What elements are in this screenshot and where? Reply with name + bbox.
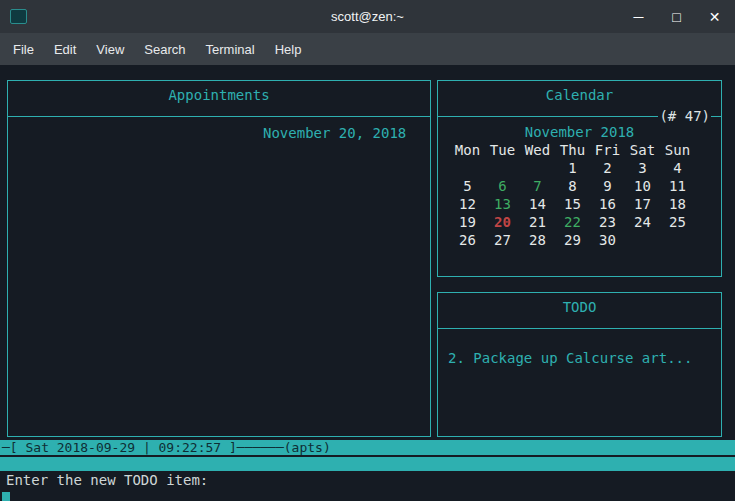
- calendar-title: Calendar: [438, 81, 721, 109]
- text-cursor[interactable]: [2, 492, 10, 501]
- calendar-day[interactable]: 20: [485, 213, 520, 231]
- calendar-day[interactable]: 15: [555, 195, 590, 213]
- todo-title: TODO: [438, 293, 721, 321]
- menu-bar: FileEditViewSearchTerminalHelp: [0, 33, 735, 65]
- calendar-day-header: Wed: [520, 141, 555, 159]
- calendar-day[interactable]: 11: [660, 177, 695, 195]
- calendar-day[interactable]: 3: [625, 159, 660, 177]
- status-bar: ─[ Sat 2018-09-29 | 09:22:57 ]──────(apt…: [0, 440, 735, 455]
- calendar-day[interactable]: 7: [520, 177, 555, 195]
- calendar-day[interactable]: 27: [485, 231, 520, 249]
- status-bar-secondary: [0, 457, 735, 471]
- titlebar[interactable]: scott@zen:~ ─ □ ✕: [0, 0, 735, 33]
- calendar-day[interactable]: 30: [590, 231, 625, 249]
- appointments-title: Appointments: [8, 81, 430, 109]
- calendar-panel: Calendar (# 47) November 2018 MonTueWedT…: [437, 80, 722, 277]
- calendar-day-empty: [450, 159, 485, 177]
- calendar-day[interactable]: 16: [590, 195, 625, 213]
- calendar-month-title: November 2018: [438, 123, 721, 141]
- calendar-day-header: Thu: [555, 141, 590, 159]
- window-controls: ─ □ ✕: [631, 9, 725, 25]
- calendar-day-empty: [660, 231, 695, 249]
- menu-item-edit[interactable]: Edit: [44, 33, 86, 65]
- calendar-day[interactable]: 12: [450, 195, 485, 213]
- calendar-day-header: Tue: [485, 141, 520, 159]
- calendar-day[interactable]: 26: [450, 231, 485, 249]
- calendar-day[interactable]: 8: [555, 177, 590, 195]
- calendar-count-badge: (# 47): [658, 108, 711, 124]
- menu-item-terminal[interactable]: Terminal: [196, 33, 265, 65]
- todo-panel: TODO 2. Package up Calcurse art...: [437, 292, 722, 437]
- terminal-app-icon: [10, 9, 27, 24]
- calendar-day-header: Sat: [625, 141, 660, 159]
- calendar-day[interactable]: 10: [625, 177, 660, 195]
- calendar-day[interactable]: 25: [660, 213, 695, 231]
- calendar-day-empty: [625, 231, 660, 249]
- todo-item[interactable]: 2. Package up Calcurse art...: [448, 349, 721, 367]
- calendar-day[interactable]: 23: [590, 213, 625, 231]
- calendar-day[interactable]: 2: [590, 159, 625, 177]
- appointments-date: November 20, 2018: [263, 125, 430, 141]
- menu-item-view[interactable]: View: [86, 33, 134, 65]
- calendar-day[interactable]: 4: [660, 159, 695, 177]
- maximize-button[interactable]: □: [669, 9, 684, 25]
- menu-item-help[interactable]: Help: [265, 33, 312, 65]
- calendar-day-header: Mon: [450, 141, 485, 159]
- calendar-day-empty: [485, 159, 520, 177]
- calendar-day[interactable]: 6: [485, 177, 520, 195]
- window-title: scott@zen:~: [0, 9, 735, 24]
- calendar-day[interactable]: 13: [485, 195, 520, 213]
- calendar-day[interactable]: 29: [555, 231, 590, 249]
- minimize-button[interactable]: ─: [631, 9, 646, 25]
- calendar-day[interactable]: 21: [520, 213, 555, 231]
- calendar-day[interactable]: 17: [625, 195, 660, 213]
- calendar-day[interactable]: 28: [520, 231, 555, 249]
- separator-line: (# 47): [438, 109, 721, 123]
- todo-list: 2. Package up Calcurse art...: [438, 349, 721, 367]
- status-text: ─[ Sat 2018-09-29 | 09:22:57 ]──────(apt…: [2, 440, 331, 455]
- close-button[interactable]: ✕: [707, 9, 722, 25]
- calendar-day[interactable]: 18: [660, 195, 695, 213]
- calendar-grid: 1234567891011121314151617181920212223242…: [450, 159, 695, 249]
- menu-item-search[interactable]: Search: [134, 33, 195, 65]
- calendar-day[interactable]: 1: [555, 159, 590, 177]
- menu-item-file[interactable]: File: [3, 33, 44, 65]
- calendar-day-empty: [520, 159, 555, 177]
- calendar-day[interactable]: 24: [625, 213, 660, 231]
- calendar-day[interactable]: 9: [590, 177, 625, 195]
- calendar-day[interactable]: 14: [520, 195, 555, 213]
- terminal-window: scott@zen:~ ─ □ ✕ FileEditViewSearchTerm…: [0, 0, 735, 501]
- calendar-day-header: Fri: [590, 141, 625, 159]
- calendar-day[interactable]: 5: [450, 177, 485, 195]
- calendar-day-headers: MonTueWedThuFriSatSun: [450, 141, 695, 159]
- calendar-day[interactable]: 22: [555, 213, 590, 231]
- terminal-screen[interactable]: Appointments November 20, 2018 Calendar …: [0, 65, 735, 501]
- todo-input-prompt: Enter the new TODO item:: [6, 472, 208, 488]
- calendar-day-header: Sun: [660, 141, 695, 159]
- calendar-day[interactable]: 19: [450, 213, 485, 231]
- separator-line: [438, 321, 721, 335]
- separator-line: [8, 109, 430, 123]
- appointments-panel: Appointments November 20, 2018: [7, 80, 431, 437]
